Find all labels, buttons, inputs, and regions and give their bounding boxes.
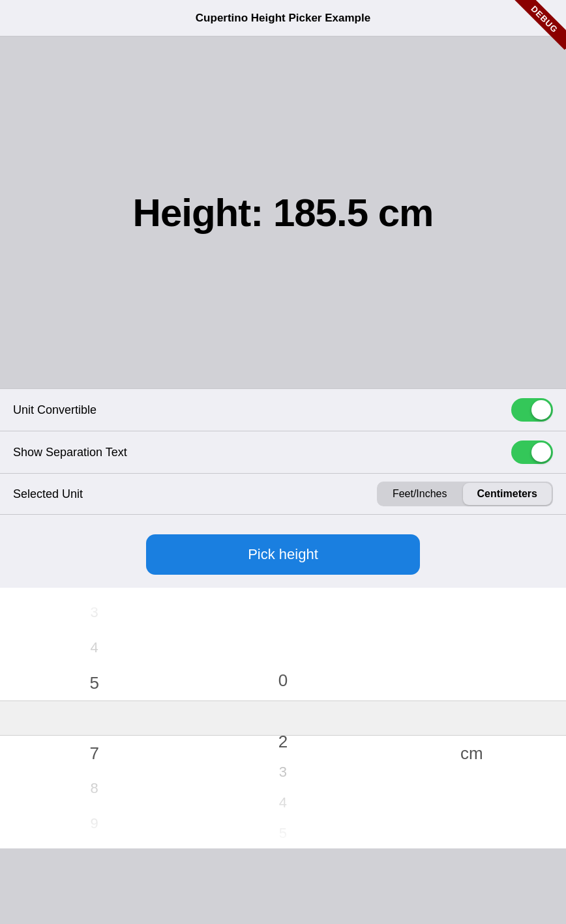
picker-unit-item[interactable]: inches xyxy=(378,700,566,736)
selected-unit-row: Selected Unit Feet/Inches Centimeters xyxy=(0,474,566,515)
picker-feet-item[interactable]: 3 xyxy=(0,595,188,630)
main-display: Height: 185.5 cm xyxy=(0,36,566,388)
picker-unit-item[interactable]: cm xyxy=(378,736,566,771)
picker-section[interactable]: 23456789 012345 inchescm xyxy=(0,588,566,848)
picker-inches-item[interactable]: 0 xyxy=(188,665,377,696)
picker-unit-column[interactable]: inchescm xyxy=(378,588,566,848)
picker-feet-item[interactable]: 4 xyxy=(0,630,188,665)
picker-columns: 23456789 012345 inchescm xyxy=(0,588,566,848)
picker-inches-item[interactable]: 3 xyxy=(188,757,377,787)
pick-height-button[interactable]: Pick height xyxy=(146,534,420,575)
picker-inches-item[interactable]: 1 xyxy=(188,696,377,727)
show-separation-text-label: Show Separation Text xyxy=(13,446,127,459)
height-display: Height: 185.5 cm xyxy=(133,190,434,235)
unit-segmented-control: Feet/Inches Centimeters xyxy=(377,482,553,506)
toggle-thumb-1 xyxy=(531,400,551,420)
picker-feet-item[interactable]: 9 xyxy=(0,806,188,841)
app-bar-title: Cupertino Height Picker Example xyxy=(196,12,370,25)
segment-centimeters[interactable]: Centimeters xyxy=(463,483,552,505)
app-bar: Cupertino Height Picker Example xyxy=(0,0,566,36)
selected-unit-label: Selected Unit xyxy=(13,487,83,501)
picker-feet-item[interactable]: 8 xyxy=(0,771,188,806)
picker-inches-item[interactable]: 5 xyxy=(188,818,377,848)
show-separation-text-row: Show Separation Text xyxy=(0,431,566,474)
unit-convertible-toggle[interactable] xyxy=(511,398,553,422)
toggle-track-1 xyxy=(511,398,553,422)
settings-section: Unit Convertible Show Separation Text Se… xyxy=(0,388,566,515)
segment-feet-inches[interactable]: Feet/Inches xyxy=(378,483,462,505)
picker-feet-item[interactable]: 2 xyxy=(0,588,188,595)
unit-convertible-row: Unit Convertible xyxy=(0,389,566,431)
picker-inches-column[interactable]: 012345 xyxy=(188,588,377,848)
picker-feet-item[interactable]: 7 xyxy=(0,736,188,771)
show-separation-text-toggle[interactable] xyxy=(511,440,553,464)
picker-feet-item[interactable]: 5 xyxy=(0,665,188,700)
unit-convertible-label: Unit Convertible xyxy=(13,403,97,417)
picker-feet-item[interactable]: 6 xyxy=(0,700,188,736)
button-section: Pick height xyxy=(0,515,566,588)
picker-inches-item[interactable]: 2 xyxy=(188,727,377,757)
picker-feet-column[interactable]: 23456789 xyxy=(0,588,188,848)
toggle-thumb-2 xyxy=(531,442,551,462)
picker-inches-item[interactable]: 4 xyxy=(188,787,377,818)
toggle-track-2 xyxy=(511,440,553,464)
